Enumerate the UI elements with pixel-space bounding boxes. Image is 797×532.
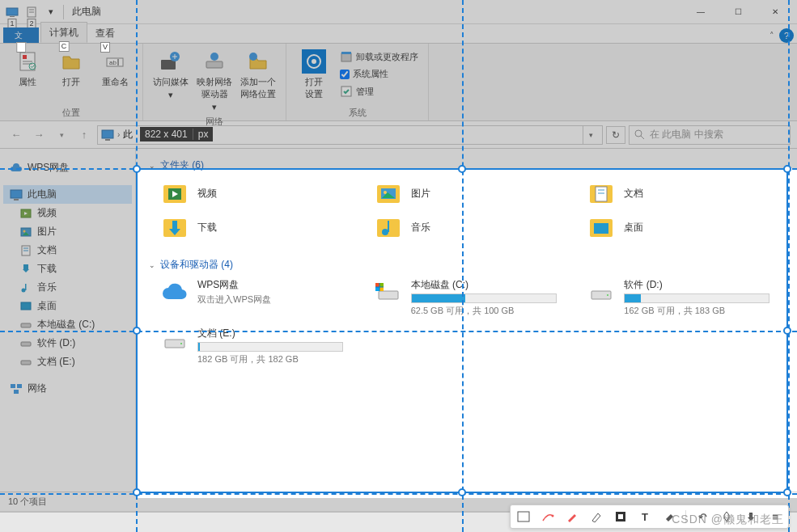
open-settings-button[interactable]: 打开 设置: [293, 47, 335, 102]
system-properties-button[interactable]: 系统属性: [337, 66, 422, 82]
arrow-tool-icon[interactable]: [540, 509, 556, 525]
label: 本地磁盘 (C:): [37, 318, 95, 331]
chevron-down-icon: ⌄: [149, 261, 155, 269]
recent-dropdown[interactable]: ▾: [52, 125, 71, 145]
checkbox[interactable]: [340, 70, 350, 79]
svg-rect-79: [618, 514, 623, 519]
drive-item[interactable]: 软件 (D:)162 GB 可用，共 183 GB: [587, 278, 784, 317]
refresh-button[interactable]: ↻: [606, 126, 625, 144]
sidebar-item[interactable]: 桌面: [3, 297, 132, 315]
text-tool-icon[interactable]: T: [637, 509, 653, 525]
drive-item[interactable]: 文档 (E:)182 GB 可用，共 182 GB: [160, 327, 358, 365]
forward-button[interactable]: →: [29, 125, 49, 145]
tab-label: 查看: [95, 27, 115, 39]
sidebar-item[interactable]: 文档: [3, 241, 132, 260]
tab-file[interactable]: 文 F: [3, 27, 39, 43]
ribbon-tabs: 文 F 计算机 C 查看 V ˄ ?: [0, 24, 797, 44]
help-icon[interactable]: ?: [779, 28, 794, 43]
access-media-button[interactable]: 访问媒体▾: [150, 47, 192, 102]
content-pane[interactable]: ⌄ 文件夹 (6) 视频图片文档下载音乐桌面 ⌄ 设备和驱动器 (4) WPS网…: [136, 149, 797, 492]
sidebar-item[interactable]: 软件 (D:): [3, 334, 132, 353]
drive-item[interactable]: 本地磁盘 (C:)62.5 GB 可用，共 100 GB: [374, 278, 571, 317]
svg-rect-24: [341, 52, 351, 54]
folder-item[interactable]: 桌面: [587, 213, 784, 242]
up-button[interactable]: ↑: [74, 125, 94, 145]
svg-rect-56: [596, 187, 607, 201]
folder-item[interactable]: 视频: [160, 179, 358, 208]
minimize-button[interactable]: —: [682, 0, 719, 24]
svg-text:ab: ab: [109, 59, 117, 66]
selection-dimensions-badge: 822 x 401px: [140, 127, 213, 141]
ribbon-group-system: 打开 设置 卸载或更改程序 系统属性 管理 系统: [286, 44, 429, 120]
sidebar-item[interactable]: 下载: [3, 260, 132, 278]
open-button[interactable]: 打开: [50, 47, 92, 90]
manage-button[interactable]: 管理: [337, 83, 422, 99]
add-network-location-button[interactable]: 添加一个 网络位置: [237, 47, 279, 102]
undo-icon[interactable]: ↶: [694, 509, 710, 525]
folder-icon: [587, 213, 616, 242]
uninstall-button[interactable]: 卸载或更改程序: [337, 49, 422, 65]
sidebar-item[interactable]: 音乐: [3, 278, 132, 297]
menu-tool-icon[interactable]: ≡: [767, 509, 783, 525]
back-button[interactable]: ←: [6, 125, 26, 145]
label: 打开: [62, 76, 80, 88]
search-input[interactable]: 在 此电脑 中搜索: [629, 125, 791, 145]
folder-item[interactable]: 文档: [587, 179, 784, 208]
rectangle-tool-icon[interactable]: [515, 509, 532, 525]
label: WPS网盘: [28, 161, 69, 175]
sidebar-item-network[interactable]: 网络: [3, 379, 132, 398]
svg-rect-27: [105, 139, 110, 141]
eraser-tool-icon[interactable]: [661, 509, 677, 525]
svg-rect-68: [375, 283, 379, 287]
svg-point-54: [384, 191, 387, 194]
label: 管理: [356, 86, 374, 98]
save-tool-icon[interactable]: [743, 509, 759, 525]
folder-item[interactable]: 图片: [374, 179, 571, 208]
tab-computer[interactable]: 计算机 C: [40, 22, 87, 43]
pin-tool-icon[interactable]: [719, 509, 735, 525]
qat-this-pc-icon[interactable]: 1: [3, 3, 21, 21]
address-dropdown-icon[interactable]: ▾: [583, 125, 599, 145]
marker-tool-icon[interactable]: [588, 509, 604, 525]
tab-view[interactable]: 查看 V: [87, 23, 123, 43]
svg-point-77: [552, 515, 554, 517]
qat-dropdown-icon[interactable]: ▾: [42, 3, 60, 21]
svg-rect-46: [11, 384, 15, 388]
address-bar[interactable]: › 此 822 x 401px ▾: [97, 125, 603, 145]
drive-item-wps[interactable]: WPS网盘双击进入WPS网盘: [160, 278, 358, 317]
svg-rect-1: [10, 16, 15, 17]
sidebar-item[interactable]: 视频: [3, 204, 132, 222]
close-button[interactable]: ✕: [757, 0, 794, 24]
sidebar-item[interactable]: 图片: [3, 222, 132, 241]
svg-rect-39: [23, 264, 28, 269]
collapse-ribbon-icon[interactable]: ˄: [769, 31, 774, 41]
keytip: V: [100, 42, 110, 53]
folder-icon: [374, 179, 403, 208]
folders-group-header[interactable]: ⌄ 文件夹 (6): [149, 158, 784, 172]
mosaic-tool-icon[interactable]: [613, 509, 629, 525]
folder-item[interactable]: 下载: [160, 213, 358, 242]
folder-item[interactable]: 音乐: [374, 213, 571, 242]
sidebar-item-wps[interactable]: WPS网盘: [3, 158, 132, 177]
svg-rect-69: [379, 283, 384, 287]
svg-point-62: [382, 229, 388, 235]
drives-group-header[interactable]: ⌄ 设备和驱动器 (4): [149, 258, 784, 272]
svg-rect-0: [6, 8, 18, 15]
separator: [685, 510, 686, 523]
capacity-bar: [411, 293, 557, 303]
qat-properties-icon[interactable]: 2: [23, 3, 40, 21]
pen-tool-icon[interactable]: [564, 509, 580, 525]
sidebar-item[interactable]: 本地磁盘 (C:): [3, 315, 132, 334]
sidebar-item-this-pc[interactable]: 此电脑: [3, 185, 132, 204]
map-drive-button[interactable]: 映射网络 驱动器▾: [193, 47, 235, 114]
sidebar-item[interactable]: 文档 (E:): [3, 353, 132, 371]
label: 图片: [411, 187, 430, 201]
label: 系统属性: [353, 68, 388, 80]
rename-button[interactable]: ab 重命名: [94, 47, 136, 90]
breadcrumb-segment[interactable]: 此: [123, 128, 133, 141]
properties-button[interactable]: 属性: [6, 47, 49, 90]
svg-rect-45: [21, 361, 31, 365]
svg-rect-44: [21, 342, 31, 346]
svg-point-28: [635, 130, 642, 137]
maximize-button[interactable]: ☐: [719, 0, 757, 24]
